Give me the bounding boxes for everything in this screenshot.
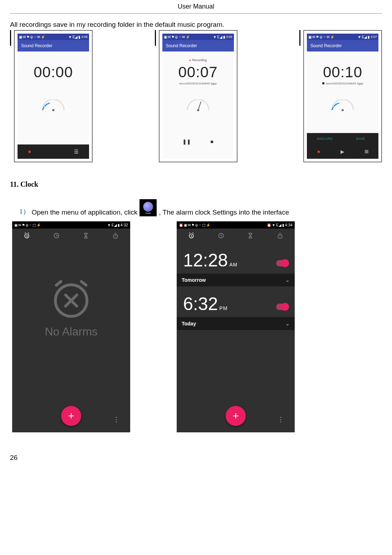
gallery-icon: ▣ — [308, 35, 312, 39]
no-alarm-icon — [48, 275, 94, 321]
gallery-icon: ▣ — [19, 35, 22, 39]
plus-icon: + — [68, 410, 74, 422]
timer-tab-icon[interactable] — [247, 232, 254, 239]
intro-text: All recordings save in my recording fold… — [10, 21, 382, 29]
recording-filename: record20150319160645.3gpp — [179, 82, 217, 85]
clock-tab-icon[interactable] — [53, 232, 60, 239]
alarm-item[interactable]: 6:32PM Today ⌄ — [177, 286, 295, 330]
clock-icon-label: Clock — [146, 212, 151, 214]
status-bar: ⏰ ▣ ✉ ⚑ ψ ⁘ ▢ ⚡ ⏰ ▼ E◢ ▮ 4:34 — [177, 221, 295, 229]
svg-line-4 — [333, 107, 343, 110]
svg-point-3 — [197, 109, 199, 111]
spacer — [52, 148, 53, 155]
record-button[interactable]: ● — [28, 148, 31, 155]
gallery-icon: ▣ — [164, 35, 167, 39]
timer-tab-icon[interactable] — [82, 232, 89, 239]
recording-filename: record20150319160645.3gpp — [326, 82, 363, 85]
play-button[interactable]: ▶ — [340, 149, 344, 154]
alarm-ampm: PM — [219, 305, 227, 311]
status-bar: ▣ ✉ ⚑ ψ ⁘ ▢ ⚡ ▼ E◢ ▮ 4:32 — [12, 221, 130, 229]
step-one: 1） Open the menu of application, click C… — [19, 199, 382, 216]
plug-icon: ⚡ — [186, 35, 190, 39]
flag-icon: ⚑ — [316, 35, 319, 39]
screenshot-frame: ▣ ✉ ⚑ ψ ⁘ ✉ ⚡ ▼ E◢ ▮ 4:07 — [303, 30, 382, 162]
pause-button[interactable]: ❚❚ — [182, 139, 191, 144]
record-button[interactable]: ● — [317, 148, 320, 155]
mail-icon: ✉ — [312, 35, 315, 39]
plug-icon: ⚡ — [41, 35, 45, 39]
chevron-down-icon[interactable]: ⌄ — [285, 321, 290, 326]
add-alarm-fab[interactable]: + — [61, 406, 81, 426]
usb-icon: ψ — [30, 35, 33, 39]
step-number: 1） — [19, 207, 30, 216]
status-time: 4:34 — [285, 223, 293, 227]
flag-icon: ⚑ — [22, 223, 25, 227]
svg-point-1 — [52, 109, 54, 111]
overflow-menu-icon[interactable]: ⋮ — [113, 419, 119, 420]
list-icon[interactable]: ☰ — [74, 149, 79, 154]
signal-icon: E◢ — [276, 223, 281, 227]
usb-icon: ψ — [26, 223, 28, 227]
alarm-time-value: 12:28 — [183, 250, 228, 271]
alarm-time-value: 6:32 — [183, 294, 218, 314]
signal-icon: E◢ — [112, 223, 117, 227]
status-time: 4:06 — [81, 35, 88, 39]
add-alarm-fab[interactable]: + — [226, 406, 246, 426]
flag-icon: ⚑ — [171, 35, 175, 39]
signal-icon: E◢ — [217, 35, 222, 39]
alarm-toggle[interactable] — [276, 260, 288, 266]
vertical-bar-icon — [10, 30, 11, 46]
chat-icon: ⁘ — [178, 35, 181, 39]
clock-tabs — [12, 229, 130, 243]
page-header: User Manual — [10, 0, 382, 14]
clock-app-icon: Clock — [139, 199, 157, 216]
gallery-icon: ▣ — [184, 223, 187, 227]
flag-icon: ⚑ — [191, 223, 195, 227]
alarm-tab-icon[interactable] — [23, 232, 30, 239]
alarm-item[interactable]: 12:28AM Tomorrow ⌄ — [177, 243, 295, 286]
chat-icon: ⁘ — [29, 223, 32, 227]
wifi-icon: ▼ — [272, 223, 275, 227]
no-alarms-label: No Alarms — [45, 325, 98, 338]
alarm-tab-icon[interactable] — [188, 232, 195, 239]
alarm-day-label: Tomorrow — [182, 277, 206, 283]
screenshot-frame: ▣ ✉ ⚑ ψ ⁘ ✉ ⚡ ▼ E◢ ▮ 4:06 — [14, 30, 93, 162]
plus-icon: + — [232, 410, 239, 422]
alarm-set-icon: ⏰ — [179, 223, 183, 227]
signal-icon: E◢ — [362, 35, 367, 39]
flag-icon: ⚑ — [26, 35, 30, 39]
plug-icon: ⚡ — [330, 35, 334, 39]
chevron-down-icon[interactable]: ⌄ — [285, 277, 290, 283]
stopwatch-tab-icon[interactable] — [276, 232, 284, 239]
clock-tab-icon[interactable] — [217, 232, 225, 239]
gallery-icon: ▣ — [14, 223, 18, 227]
alarm-toggle[interactable] — [276, 304, 288, 310]
plug-icon: ⚡ — [36, 223, 41, 227]
recorder-timer: 00:00 — [34, 64, 73, 81]
svg-point-5 — [342, 109, 344, 111]
step-text-b: , The alarm clock Settings into the inte… — [159, 208, 289, 216]
svg-line-2 — [198, 102, 201, 110]
stop-button[interactable]: ■ — [210, 139, 213, 144]
overflow-menu-icon[interactable]: ⋮ — [278, 419, 284, 420]
chat-icon: ⁘ — [34, 35, 36, 39]
chat-icon: ⁘ — [199, 223, 201, 227]
battery-icon: ▮ — [78, 35, 80, 39]
recording-dot-icon: ● — [189, 59, 191, 62]
recorder-timer: 00:10 — [323, 64, 362, 81]
wifi-icon: ▼ — [68, 35, 72, 39]
discard-button[interactable]: DISCARD — [307, 133, 343, 144]
usb-icon: ψ — [175, 35, 178, 39]
wifi-icon: ▼ — [358, 35, 361, 39]
app-bar: Sound Recorder — [18, 40, 89, 51]
step-text-a: Open the menu of application, click — [32, 208, 138, 216]
stopwatch-tab-icon[interactable] — [112, 232, 119, 239]
stop-button[interactable] — [365, 150, 368, 153]
status-time: 4:32 — [121, 223, 128, 227]
status-bar: ▣ ✉ ⚑ ψ ⁘ ✉ ⚡ ▼ E◢ ▮ 4:06 — [162, 34, 234, 40]
clock-screenshot-alarms: ⏰ ▣ ✉ ⚑ ψ ⁘ ▢ ⚡ ⏰ ▼ E◢ ▮ 4:34 — [177, 221, 295, 432]
save-button[interactable]: SAVE — [343, 133, 378, 144]
recorder-screenshot-row: ▣ ✉ ⚑ ψ ⁘ ✉ ⚡ ▼ E◢ ▮ 4:06 — [10, 30, 382, 162]
mail-icon: ✉ — [182, 35, 185, 39]
status-time: 4:07 — [371, 35, 377, 39]
